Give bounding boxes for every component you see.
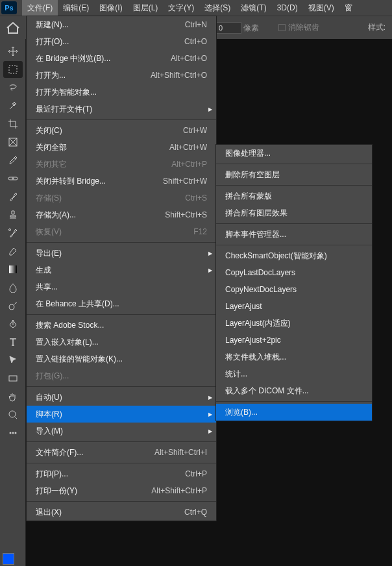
file-menu-label: 新建(N)... (36, 19, 185, 31)
file-menu-item-16[interactable]: 生成▶ (27, 262, 216, 278)
menubar-item-8[interactable]: 视图(V) (303, 0, 339, 16)
scripts-menu-label: 脚本事件管理器... (225, 229, 363, 240)
scripts-menu-label: 将文件载入堆栈... (225, 352, 363, 363)
tool-move[interactable] (3, 43, 23, 60)
tool-blur[interactable] (3, 279, 23, 296)
file-menu-shortcut: Ctrl+O (184, 37, 207, 46)
menubar-item-3[interactable]: 图层(L) (128, 0, 164, 16)
scripts-menu-item-17[interactable]: 载入多个 DICOM 文件... (216, 382, 372, 399)
tool-stamp[interactable] (3, 206, 23, 223)
tool-lasso[interactable] (3, 79, 23, 96)
tool-wand[interactable] (3, 97, 23, 114)
file-menu-item-10[interactable]: 关闭并转到 Bridge...Shift+Ctrl+W (27, 173, 216, 190)
px-label: 像素 (243, 23, 259, 32)
color-swatches[interactable] (0, 549, 26, 566)
file-menu-item-3[interactable]: 打开为...Alt+Shift+Ctrl+O (27, 67, 216, 84)
tool-more[interactable] (3, 425, 23, 441)
scripts-menu-item-13[interactable]: LayerAjust(内适应) (216, 315, 372, 332)
file-menu-shortcut: Alt+Ctrl+W (169, 143, 207, 152)
scripts-menu-item-4[interactable]: 拼合所有蒙版 (216, 188, 372, 204)
file-menu-item-27[interactable]: 导入(M)▶ (27, 423, 216, 439)
file-menu-label: 关闭(C) (36, 125, 183, 136)
home-icon[interactable] (5, 20, 21, 36)
tool-brush[interactable] (3, 188, 23, 205)
file-menu-label: 生成 (36, 265, 207, 276)
file-menu-label: 退出(X) (36, 507, 184, 518)
tool-zoom[interactable] (3, 406, 23, 423)
file-menu-item-8[interactable]: 关闭全部Alt+Ctrl+W (27, 139, 216, 156)
file-menu-item-0[interactable]: 新建(N)...Ctrl+N (27, 16, 216, 33)
app-logo: Ps (1, 1, 17, 14)
svg-point-7 (9, 411, 16, 417)
tool-history[interactable] (3, 225, 23, 241)
antialias-check[interactable]: 消除锯齿 (278, 22, 319, 33)
file-menu-item-31[interactable]: 打印(P)...Ctrl+P (27, 465, 216, 482)
tool-gradient[interactable] (3, 261, 23, 278)
menubar-item-1[interactable]: 编辑(E) (58, 0, 94, 16)
file-menu-item-2[interactable]: 在 Bridge 中浏览(B)...Alt+Ctrl+O (27, 50, 216, 67)
scripts-menu-item-16[interactable]: 统计... (216, 365, 372, 382)
scripts-menu-item-7[interactable]: 脚本事件管理器... (216, 226, 372, 243)
menubar-item-7[interactable]: 3D(D) (272, 0, 303, 16)
file-menu-label: 存储(S) (36, 193, 185, 204)
scripts-menu-separator (216, 164, 372, 164)
tool-heal[interactable] (3, 170, 23, 187)
file-menu-label: 文件简介(F)... (36, 447, 154, 458)
scripts-menu-item-2[interactable]: 删除所有空图层 (216, 166, 372, 183)
scripts-menu-item-11[interactable]: CopyNextDocLayers (216, 281, 372, 298)
scripts-menu-item-5[interactable]: 拼合所有图层效果 (216, 204, 372, 221)
menubar-item-5[interactable]: 选择(S) (199, 0, 236, 16)
file-menu-item-17[interactable]: 共享... (27, 278, 216, 295)
tool-rect[interactable] (3, 370, 23, 387)
scripts-menu-item-19[interactable]: 浏览(B)... (216, 404, 372, 421)
file-menu-shortcut: F12 (193, 227, 207, 236)
file-menu-item-34[interactable]: 退出(X)Ctrl+Q (27, 504, 216, 521)
file-menu-item-7[interactable]: 关闭(C)Ctrl+W (27, 122, 216, 139)
tool-eyedropper[interactable] (3, 152, 23, 169)
file-menu-item-12[interactable]: 存储为(A)...Shift+Ctrl+S (27, 206, 216, 223)
scripts-menu-item-10[interactable]: CopyLastDocLayers (216, 264, 372, 281)
scripts-menu-label: 载入多个 DICOM 文件... (225, 386, 363, 397)
tool-hand[interactable] (3, 388, 23, 405)
file-menu-item-4[interactable]: 打开为智能对象... (27, 84, 216, 101)
menubar-item-0[interactable]: 文件(F) (22, 0, 58, 16)
tool-pen[interactable] (3, 315, 23, 332)
scripts-menu-item-15[interactable]: 将文件载入堆栈... (216, 349, 372, 365)
file-menu-item-18[interactable]: 在 Behance 上共享(D)... (27, 295, 216, 312)
file-menu-item-22[interactable]: 置入链接的智能对象(K)... (27, 351, 216, 367)
file-menu-item-15[interactable]: 导出(E)▶ (27, 245, 216, 262)
scripts-menu-item-12[interactable]: LayerAjust (216, 298, 372, 315)
file-menu-item-9: 关闭其它Alt+Ctrl+P (27, 156, 216, 173)
tool-type[interactable] (3, 334, 23, 351)
menubar-item-4[interactable]: 文字(Y) (163, 0, 199, 16)
file-menu-item-1[interactable]: 打开(O)...Ctrl+O (27, 33, 216, 50)
file-menu-item-5[interactable]: 最近打开文件(T)▶ (27, 101, 216, 117)
file-menu-item-21[interactable]: 置入嵌入对象(L)... (27, 334, 216, 351)
file-menu-item-20[interactable]: 搜索 Adobe Stock... (27, 317, 216, 334)
tool-dodge[interactable] (3, 297, 23, 314)
file-menu-label: 最近打开文件(T) (36, 104, 207, 115)
menubar-item-6[interactable]: 滤镜(T) (236, 0, 271, 16)
scripts-menu-item-0[interactable]: 图像处理器... (216, 145, 372, 162)
file-menu-item-26[interactable]: 脚本(R)▶ (27, 406, 216, 423)
scripts-menu-item-9[interactable]: CheckSmartObject(智能对象) (216, 247, 372, 264)
tool-path[interactable] (3, 352, 23, 369)
file-menu-separator (27, 386, 216, 387)
file-menu-label: 在 Bridge 中浏览(B)... (36, 53, 171, 64)
feather-input[interactable] (215, 22, 241, 34)
tool-crop[interactable] (3, 116, 23, 132)
file-menu-item-25[interactable]: 自动(U)▶ (27, 389, 216, 406)
file-menu-item-32[interactable]: 打印一份(Y)Alt+Shift+Ctrl+P (27, 482, 216, 499)
tool-marquee[interactable] (3, 61, 23, 78)
menubar-item-9[interactable]: 窗 (339, 0, 358, 16)
file-menu-shortcut: Alt+Shift+Ctrl+O (151, 71, 207, 80)
tool-frame[interactable] (3, 134, 23, 151)
menubar: Ps 文件(F)编辑(E)图像(I)图层(L)文字(Y)选择(S)滤镜(T)3D… (0, 0, 392, 16)
scripts-menu-label: CopyLastDocLayers (225, 268, 363, 277)
menubar-item-2[interactable]: 图像(I) (94, 0, 127, 16)
file-menu-shortcut: Alt+Ctrl+P (171, 160, 207, 169)
tool-eraser[interactable] (3, 243, 23, 260)
scripts-menu-separator (216, 223, 372, 224)
file-menu-item-29[interactable]: 文件简介(F)...Alt+Shift+Ctrl+I (27, 444, 216, 461)
scripts-menu-item-14[interactable]: LayerAjust+2pic (216, 332, 372, 349)
